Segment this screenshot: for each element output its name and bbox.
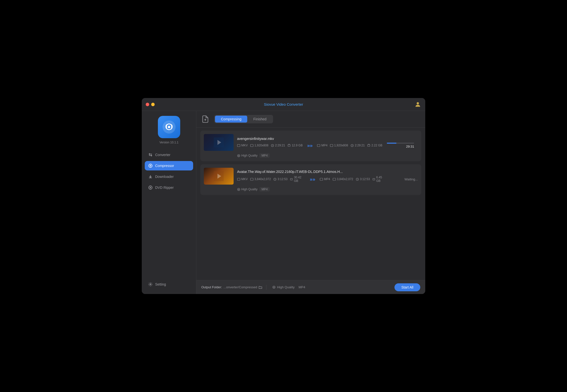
bottom-bar: Output Folder: ...onverter/Compressed Hi… — [196, 280, 425, 294]
output-folder-label: Output Folder: — [201, 285, 222, 289]
svg-point-7 — [150, 187, 151, 188]
source-resolution: 1,920x808 — [250, 144, 268, 147]
app-icon — [158, 116, 180, 138]
list-item: Avatar.The.Way.of.Water.2022.2160p.iT.WE… — [200, 164, 421, 195]
svg-rect-25 — [320, 178, 323, 180]
start-all-button[interactable]: Start All — [394, 283, 420, 291]
conversion-arrows: »» — [307, 176, 318, 182]
source-size: 30.42 GB — [290, 176, 305, 183]
time-remaining: 29:31 — [406, 145, 414, 148]
dvd-ripper-icon — [148, 185, 153, 190]
sidebar-item-compressor[interactable]: Compressor — [145, 161, 193, 170]
content-header: Compressing Finished — [196, 111, 425, 128]
main-content: Version 10.1.1 Converter Compre — [142, 111, 425, 294]
converter-icon — [148, 153, 153, 157]
output-format: MP4 — [320, 177, 330, 181]
window-title: Siovue Video Converter — [264, 102, 303, 106]
file-main-row: Avatar.The.Way.of.Water.2022.2160p.iT.WE… — [204, 168, 418, 185]
dvd-ripper-label: DVD Ripper — [155, 186, 174, 190]
file-meta-row: MKV 1,920x808 — [237, 143, 418, 148]
svg-rect-26 — [333, 178, 336, 180]
output-duration: 3:12:53 — [356, 177, 370, 181]
quality-tag[interactable]: High Quality — [237, 154, 257, 157]
source-duration: 3:12:53 — [273, 177, 287, 181]
tab-compressing[interactable]: Compressing — [215, 116, 247, 123]
svg-rect-23 — [250, 178, 253, 180]
version-label: Version 10.1.1 — [159, 141, 178, 144]
compressor-label: Compressor — [155, 164, 174, 168]
output-folder[interactable]: Output Folder: ...onverter/Compressed — [201, 285, 262, 289]
sidebar: Version 10.1.1 Converter Compre — [142, 111, 196, 294]
output-size: 2.22 GB — [367, 144, 382, 147]
file-info: Avatar.The.Way.of.Water.2022.2160p.iT.WE… — [237, 170, 418, 183]
file-thumbnail — [204, 134, 234, 151]
source-format: MKV — [237, 144, 248, 147]
output-duration: 2:29:21 — [351, 144, 365, 147]
traffic-lights — [146, 103, 155, 106]
close-button[interactable] — [146, 103, 149, 106]
setting-label: Setting — [155, 282, 166, 286]
svg-point-2 — [168, 126, 170, 128]
source-duration: 2:29:21 — [271, 144, 285, 147]
waiting-label: Waiting... — [404, 177, 418, 181]
quality-label: High Quality — [241, 154, 257, 157]
conversion-arrows: »» — [305, 143, 315, 148]
content-area: Compressing Finished — [196, 111, 425, 294]
setting-icon — [148, 282, 153, 287]
bottom-format[interactable]: MP4 — [299, 285, 305, 289]
output-meta: MP4 1,920x808 — [317, 144, 382, 147]
quality-tag[interactable]: High Quality — [237, 188, 257, 191]
svg-rect-16 — [317, 144, 320, 147]
format-tag[interactable]: MP4 — [259, 187, 270, 192]
sidebar-item-dvd-ripper[interactable]: DVD Ripper — [145, 183, 193, 192]
file-list: avengersinfinitywar.mkv — [196, 128, 425, 280]
source-meta: MKV 1,920x808 — [237, 144, 303, 147]
bottom-quality-label: High Quality — [277, 285, 295, 289]
svg-rect-13 — [237, 144, 240, 147]
svg-point-0 — [417, 102, 419, 104]
quality-label: High Quality — [241, 188, 257, 191]
svg-point-8 — [150, 284, 151, 285]
downloader-icon — [148, 174, 153, 179]
add-file-button[interactable] — [201, 115, 209, 123]
output-format: MP4 — [317, 144, 327, 147]
source-format: MKV — [237, 177, 248, 181]
format-tag[interactable]: MP4 — [259, 153, 270, 158]
divider — [266, 285, 266, 290]
source-meta: MKV 3,840x2,072 — [237, 176, 305, 183]
file-meta-row: MKV 3,840x2,072 — [237, 176, 418, 183]
file-tags-row: High Quality MP4 — [204, 153, 418, 158]
output-meta: MP4 3,840x2,072 — [320, 176, 386, 183]
svg-rect-14 — [250, 144, 253, 147]
list-item: avengersinfinitywar.mkv — [200, 131, 421, 161]
user-profile-icon[interactable] — [414, 101, 421, 108]
sidebar-item-converter[interactable]: Converter — [145, 150, 193, 160]
svg-rect-22 — [237, 178, 240, 180]
output-resolution: 1,920x808 — [330, 144, 348, 147]
app-window: Siovue Video Converter Version 10.1.1 — [142, 98, 425, 294]
bottom-quality[interactable]: High Quality — [272, 285, 295, 289]
titlebar: Siovue Video Converter — [142, 98, 425, 111]
nav-items: Converter Compressor — [145, 150, 193, 280]
svg-rect-17 — [330, 144, 333, 147]
output-folder-path: ...onverter/Compressed — [223, 285, 257, 289]
file-name: Avatar.The.Way.of.Water.2022.2160p.iT.WE… — [237, 170, 418, 174]
svg-point-6 — [149, 186, 152, 189]
compressor-icon — [148, 163, 153, 168]
progress-fill — [387, 143, 396, 144]
progress-bar — [387, 143, 414, 144]
file-main-row: avengersinfinitywar.mkv — [204, 134, 418, 151]
file-name: avengersinfinitywar.mkv — [237, 137, 418, 141]
tab-finished[interactable]: Finished — [247, 116, 272, 123]
file-info: avengersinfinitywar.mkv — [237, 137, 418, 148]
tab-group: Compressing Finished — [214, 115, 273, 123]
output-size: 6.45 GB — [372, 176, 386, 183]
sidebar-item-downloader[interactable]: Downloader — [145, 172, 193, 181]
file-status: Waiting... — [388, 177, 418, 181]
source-resolution: 3,840x2,072 — [250, 177, 271, 181]
source-size: 12.9 GB — [287, 144, 303, 147]
downloader-label: Downloader — [155, 175, 174, 179]
sidebar-item-setting[interactable]: Setting — [145, 280, 193, 289]
minimize-button[interactable] — [151, 103, 155, 106]
file-tags-row: High Quality MP4 — [204, 187, 418, 192]
